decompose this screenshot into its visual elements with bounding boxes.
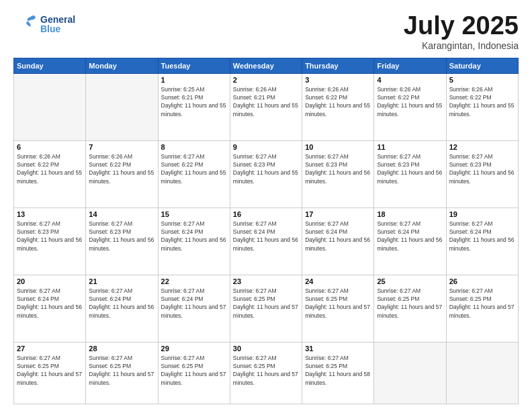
day-info: Sunrise: 6:27 AM Sunset: 6:25 PM Dayligh…	[305, 287, 371, 320]
logo: General Blue	[13, 12, 75, 36]
day-number: 27	[17, 345, 83, 353]
logo-words: General Blue	[40, 15, 75, 34]
day-info: Sunrise: 6:27 AM Sunset: 6:25 PM Dayligh…	[161, 354, 227, 387]
day-info: Sunrise: 6:27 AM Sunset: 6:23 PM Dayligh…	[449, 152, 515, 185]
table-row: 7Sunrise: 6:26 AM Sunset: 6:22 PM Daylig…	[86, 140, 158, 208]
day-number: 12	[449, 143, 515, 151]
day-number: 1	[161, 76, 227, 84]
day-info: Sunrise: 6:27 AM Sunset: 6:25 PM Dayligh…	[233, 287, 299, 320]
table-row: 12Sunrise: 6:27 AM Sunset: 6:23 PM Dayli…	[446, 140, 518, 208]
day-info: Sunrise: 6:27 AM Sunset: 6:23 PM Dayligh…	[305, 152, 371, 185]
table-row: 9Sunrise: 6:27 AM Sunset: 6:23 PM Daylig…	[230, 140, 302, 208]
day-info: Sunrise: 6:27 AM Sunset: 6:25 PM Dayligh…	[17, 354, 83, 387]
day-info: Sunrise: 6:26 AM Sunset: 6:22 PM Dayligh…	[449, 85, 515, 118]
table-row: 14Sunrise: 6:27 AM Sunset: 6:23 PM Dayli…	[86, 208, 158, 275]
table-row: 23Sunrise: 6:27 AM Sunset: 6:25 PM Dayli…	[230, 275, 302, 342]
day-number: 4	[377, 76, 443, 84]
table-row: 19Sunrise: 6:27 AM Sunset: 6:24 PM Dayli…	[446, 208, 518, 275]
header: General Blue July 2025 Karangintan, Indo…	[13, 12, 519, 51]
day-number: 10	[305, 143, 371, 151]
day-number: 9	[233, 143, 299, 151]
col-sunday: Sunday	[14, 58, 86, 73]
day-info: Sunrise: 6:27 AM Sunset: 6:25 PM Dayligh…	[377, 287, 443, 320]
day-info: Sunrise: 6:27 AM Sunset: 6:24 PM Dayligh…	[233, 220, 299, 253]
day-info: Sunrise: 6:27 AM Sunset: 6:25 PM Dayligh…	[89, 354, 154, 387]
calendar-header-row: Sunday Monday Tuesday Wednesday Thursday…	[14, 58, 519, 73]
day-number: 7	[89, 143, 154, 151]
day-number: 19	[449, 210, 515, 218]
table-row: 24Sunrise: 6:27 AM Sunset: 6:25 PM Dayli…	[302, 275, 374, 342]
table-row: 15Sunrise: 6:27 AM Sunset: 6:24 PM Dayli…	[158, 208, 230, 275]
day-info: Sunrise: 6:27 AM Sunset: 6:25 PM Dayligh…	[449, 287, 515, 320]
table-row: 5Sunrise: 6:26 AM Sunset: 6:22 PM Daylig…	[446, 73, 518, 140]
calendar-week-3: 13Sunrise: 6:27 AM Sunset: 6:23 PM Dayli…	[14, 208, 519, 275]
table-row: 29Sunrise: 6:27 AM Sunset: 6:25 PM Dayli…	[158, 342, 230, 404]
table-row: 22Sunrise: 6:27 AM Sunset: 6:24 PM Dayli…	[158, 275, 230, 342]
table-row	[374, 342, 446, 404]
day-info: Sunrise: 6:27 AM Sunset: 6:24 PM Dayligh…	[89, 287, 154, 320]
day-info: Sunrise: 6:27 AM Sunset: 6:24 PM Dayligh…	[449, 220, 515, 253]
table-row	[446, 342, 518, 404]
day-info: Sunrise: 6:27 AM Sunset: 6:23 PM Dayligh…	[89, 220, 154, 253]
table-row	[14, 73, 86, 140]
day-number: 11	[377, 143, 443, 151]
calendar-week-1: 1Sunrise: 6:25 AM Sunset: 6:21 PM Daylig…	[14, 73, 519, 140]
calendar-table: Sunday Monday Tuesday Wednesday Thursday…	[13, 58, 519, 404]
day-info: Sunrise: 6:26 AM Sunset: 6:21 PM Dayligh…	[233, 85, 299, 118]
table-row: 1Sunrise: 6:25 AM Sunset: 6:21 PM Daylig…	[158, 73, 230, 140]
month-title: July 2025	[404, 12, 519, 40]
day-info: Sunrise: 6:27 AM Sunset: 6:25 PM Dayligh…	[305, 354, 371, 387]
col-friday: Friday	[374, 58, 446, 73]
table-row: 4Sunrise: 6:26 AM Sunset: 6:22 PM Daylig…	[374, 73, 446, 140]
col-monday: Monday	[86, 58, 158, 73]
day-info: Sunrise: 6:27 AM Sunset: 6:22 PM Dayligh…	[161, 152, 227, 185]
day-number: 21	[89, 277, 154, 285]
day-number: 22	[161, 277, 227, 285]
day-info: Sunrise: 6:26 AM Sunset: 6:22 PM Dayligh…	[305, 85, 371, 118]
day-number: 14	[89, 210, 154, 218]
table-row: 18Sunrise: 6:27 AM Sunset: 6:24 PM Dayli…	[374, 208, 446, 275]
title-block: July 2025 Karangintan, Indonesia	[404, 12, 519, 51]
day-number: 25	[377, 277, 443, 285]
table-row: 3Sunrise: 6:26 AM Sunset: 6:22 PM Daylig…	[302, 73, 374, 140]
day-number: 2	[233, 76, 299, 84]
logo-general-text: General	[40, 15, 75, 24]
table-row: 13Sunrise: 6:27 AM Sunset: 6:23 PM Dayli…	[14, 208, 86, 275]
table-row: 17Sunrise: 6:27 AM Sunset: 6:24 PM Dayli…	[302, 208, 374, 275]
day-info: Sunrise: 6:27 AM Sunset: 6:23 PM Dayligh…	[233, 152, 299, 185]
col-wednesday: Wednesday	[230, 58, 302, 73]
day-info: Sunrise: 6:26 AM Sunset: 6:22 PM Dayligh…	[377, 85, 443, 118]
table-row: 20Sunrise: 6:27 AM Sunset: 6:24 PM Dayli…	[14, 275, 86, 342]
location: Karangintan, Indonesia	[404, 40, 519, 51]
logo-icon	[13, 12, 38, 36]
logo-blue-text: Blue	[40, 24, 75, 34]
table-row: 6Sunrise: 6:26 AM Sunset: 6:22 PM Daylig…	[14, 140, 86, 208]
table-row: 28Sunrise: 6:27 AM Sunset: 6:25 PM Dayli…	[86, 342, 158, 404]
col-tuesday: Tuesday	[158, 58, 230, 73]
col-saturday: Saturday	[446, 58, 518, 73]
table-row: 2Sunrise: 6:26 AM Sunset: 6:21 PM Daylig…	[230, 73, 302, 140]
table-row	[86, 73, 158, 140]
table-row: 16Sunrise: 6:27 AM Sunset: 6:24 PM Dayli…	[230, 208, 302, 275]
day-info: Sunrise: 6:27 AM Sunset: 6:24 PM Dayligh…	[377, 220, 443, 253]
day-number: 13	[17, 210, 83, 218]
table-row: 25Sunrise: 6:27 AM Sunset: 6:25 PM Dayli…	[374, 275, 446, 342]
day-number: 24	[305, 277, 371, 285]
day-number: 30	[233, 345, 299, 353]
day-info: Sunrise: 6:27 AM Sunset: 6:24 PM Dayligh…	[161, 220, 227, 253]
day-number: 6	[17, 143, 83, 151]
day-number: 26	[449, 277, 515, 285]
day-info: Sunrise: 6:27 AM Sunset: 6:23 PM Dayligh…	[17, 220, 83, 253]
day-number: 20	[17, 277, 83, 285]
day-info: Sunrise: 6:26 AM Sunset: 6:22 PM Dayligh…	[89, 152, 154, 185]
day-info: Sunrise: 6:25 AM Sunset: 6:21 PM Dayligh…	[161, 85, 227, 118]
day-info: Sunrise: 6:26 AM Sunset: 6:22 PM Dayligh…	[17, 152, 83, 185]
day-number: 3	[305, 76, 371, 84]
day-number: 31	[305, 345, 371, 353]
day-number: 16	[233, 210, 299, 218]
table-row: 8Sunrise: 6:27 AM Sunset: 6:22 PM Daylig…	[158, 140, 230, 208]
day-number: 17	[305, 210, 371, 218]
day-number: 28	[89, 345, 154, 353]
table-row: 27Sunrise: 6:27 AM Sunset: 6:25 PM Dayli…	[14, 342, 86, 404]
day-number: 23	[233, 277, 299, 285]
